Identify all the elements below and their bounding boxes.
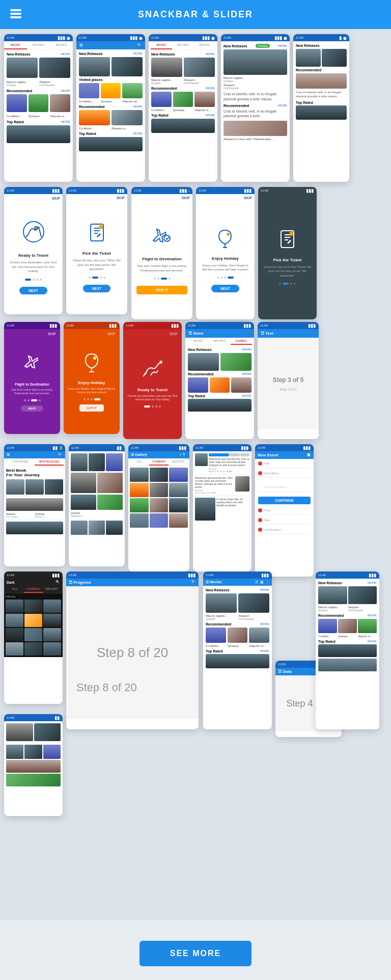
phone-onboard1: 11:80 ▊▊▊ SKIP Ready to Travel Choose yo… — [4, 187, 63, 314]
phone-onboard4: 11:80 ▊▊▊ SKIP Enjoy Holiday Enjoy your … — [196, 187, 255, 319]
svg-rect-1 — [10, 13, 21, 15]
phone-red-onboard: 11:80 ▊▊▊ SKIP Ready to Travel Choose yo… — [123, 322, 182, 439]
phone-articles: 11:80 ▊▊▊ Maecenas quis posuere leo. Dui… — [193, 444, 252, 571]
svg-point-4 — [35, 227, 38, 230]
phone-store2: 11:80 ▊▊▊ ☰ Store MUSIC MOVIES GAMES New… — [185, 322, 254, 439]
mosaic-container: 11:80 ▊▊▊ ⬤ MUSIC MOVIES BOOKS New Relea… — [0, 29, 391, 920]
page-title: SNACKBAR & SLIDER — [138, 9, 253, 20]
phone-travel: 11:80 ▊▊▊ ⬤ ☰ 🔍 New Releases MORE Visite… — [76, 34, 145, 182]
svg-point-11 — [93, 357, 96, 360]
phone-purple-onboard: 11:80 ▊▊▊ SKIP Flight to Destination Saf… — [4, 322, 60, 434]
phone-onboard2: 11:80 ▊▊▊ SKIP Pick the Ticket Select th… — [66, 187, 127, 314]
step8of20-text: Step 8 of 20 — [97, 645, 168, 661]
phone-newevent: 11:80 ▊▊▊ New Event 📋 Title Description … — [255, 444, 314, 577]
phone-albums: 11:80 ▊▊ QuisqueAliquam a... — [69, 444, 125, 566]
svg-point-7 — [164, 235, 170, 241]
svg-point-12 — [159, 361, 162, 364]
phone-store: 11:80 ▊▊▊ ⬤ New Releases Trending MORE M… — [221, 34, 290, 182]
svg-point-10 — [289, 232, 293, 236]
phone-list-extra: 11:80 ▊▊▊ New Releases MORE Mauris sagit… — [316, 571, 379, 729]
svg-rect-2 — [10, 16, 21, 18]
svg-point-8 — [227, 233, 230, 236]
menu-icon[interactable] — [10, 8, 21, 21]
svg-point-3 — [23, 222, 44, 242]
phone-book: 11:80 ▊▊ 🔋 ☰ 🔍 TOP ALBUMS NEW RELEASES B… — [4, 444, 65, 566]
phone-bottom-extra: 11:80 ▊▊ — [4, 714, 63, 816]
phone-gallery: 11:80 ▊▊▊ ☰ Gallery + 🔍 ALL CAMERA RECEN… — [128, 444, 189, 571]
svg-rect-0 — [10, 9, 21, 11]
phone-onboard3: 11:80 ▊▊▊ × SKIP Flight to Destination S… — [131, 187, 192, 319]
app-header: SNACKBAR & SLIDER — [0, 0, 391, 29]
phone-music: 11:80 ▊▊▊ ⬤ MUSIC MOVIES BOOKS New Relea… — [4, 34, 73, 182]
phone-onboard5: 11:80 ▊▊▊ Pick the Ticket Select the day… — [258, 187, 317, 319]
phone-step8of20: 11:80 ▊▊▊ ☰ Progress 🔍 Step 8 of 20 — [66, 571, 199, 729]
phone-music2: 11:80 ▊▊▊ ⬤ MUSIC MOVIES BOOKS New Relea… — [149, 34, 217, 182]
phone-orange-onboard: 11:80 ▊▊▊ SKIP Enjoy Holiday Enjoy your … — [64, 322, 120, 434]
svg-point-6 — [99, 225, 103, 229]
phone-extra1: 11:80 ▊ ⬤ New Releases Recommended Cras … — [293, 34, 349, 182]
see-more-button[interactable]: SEE MORE — [139, 941, 252, 966]
phone-step3of5: 11:80 ▊▊▊ ☰ Text Step 3 of 5 Step 3 of 5 — [258, 322, 319, 439]
step8of20-label: Step 8 of 20 — [76, 681, 137, 694]
cta-section: SEE MORE — [0, 920, 391, 980]
phone-movies: 11:80 ▊▊▊ ☰ Movies ☰ ▦ ⋮ New Releases MO… — [203, 571, 272, 729]
phone-dark-gallery: 11:80 ▊▊▊ Dark 🔍 ALL CAMERA RECENT Febru… — [4, 571, 63, 704]
